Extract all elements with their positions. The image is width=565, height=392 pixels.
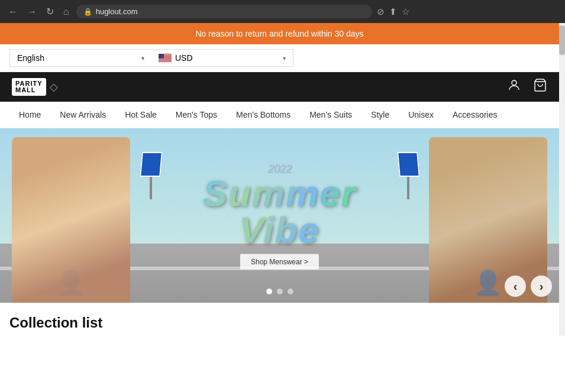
svg-rect-8 [159, 59, 172, 60]
svg-rect-13 [159, 54, 164, 59]
hero-banner: 👤 👤 2022 Summer Vibe Shop Menswear > [0, 128, 559, 303]
currency-selector[interactable]: USD ▾ [151, 49, 293, 67]
cart-icon[interactable] [533, 78, 547, 96]
camera-off-icon[interactable]: ⊘ [377, 7, 385, 17]
bookmark-icon[interactable]: ☆ [402, 7, 409, 17]
hero-vibe-text: Vibe [202, 211, 356, 248]
language-selector[interactable]: English ▾ [9, 49, 151, 67]
road-sign-left [136, 152, 166, 199]
nav-item-home[interactable]: Home [9, 102, 50, 128]
sign-pole-right [407, 177, 409, 199]
currency-value: USD [175, 53, 193, 63]
url-display: huglout.com [96, 7, 138, 16]
logo-diamond-icon: ◇ [50, 80, 58, 93]
forward-button[interactable]: → [25, 5, 39, 18]
lang-currency-bar: English ▾ [0, 44, 559, 72]
sign-pole-left [150, 177, 152, 199]
chevron-down-icon: ▾ [141, 55, 144, 61]
logo[interactable]: PARITY MALL ◇ [12, 78, 58, 96]
svg-rect-9 [159, 60, 172, 60]
hero-summer-text: Summer [202, 174, 356, 211]
carousel-dot-3[interactable] [288, 289, 293, 294]
language-value: English [17, 53, 44, 63]
svg-rect-7 [159, 59, 172, 59]
logo-mall-text: MALL [15, 87, 43, 93]
chevron-left-icon: ‹ [514, 280, 518, 293]
shop-menswear-button[interactable]: Shop Menswear > [240, 254, 319, 269]
collection-heading: Collection list [0, 303, 559, 336]
sign-blue-right [397, 152, 420, 177]
scrollbar-thumb[interactable] [559, 25, 565, 55]
carousel-dots [266, 289, 293, 294]
announcement-text: No reason to return and refund within 30… [195, 29, 363, 38]
svg-rect-10 [159, 60, 172, 61]
site-content: No reason to return and refund within 30… [0, 23, 559, 336]
nav-item-mens-suits[interactable]: Men's Suits [300, 102, 361, 128]
browser-actions: ⊘ ⬆ ☆ [377, 7, 409, 17]
svg-rect-12 [159, 61, 172, 62]
us-flag-icon [159, 54, 172, 62]
sign-blue-left [140, 152, 163, 177]
nav-item-unisex[interactable]: Unisex [399, 102, 443, 128]
nav-item-mens-tops[interactable]: Men's Tops [166, 102, 227, 128]
figure-left-icon: 👤 [56, 269, 86, 297]
site-header: PARITY MALL ◇ [0, 72, 559, 102]
road-sign-right [393, 152, 423, 199]
back-button[interactable]: ← [6, 5, 20, 18]
main-navigation: Home New Arrivals Hot Sale Men's Tops Me… [0, 102, 559, 128]
announcement-bar: No reason to return and refund within 30… [0, 23, 559, 44]
chevron-down-icon: ▾ [283, 55, 286, 61]
address-bar[interactable]: 🔒 huglout.com [76, 5, 372, 18]
header-icons [507, 78, 547, 96]
nav-item-mens-bottoms[interactable]: Men's Bottoms [227, 102, 300, 128]
share-icon[interactable]: ⬆ [389, 7, 397, 17]
logo-box: PARITY MALL [12, 78, 46, 96]
nav-item-accessories[interactable]: Accessories [443, 102, 506, 128]
svg-rect-11 [159, 61, 172, 61]
carousel-prev-button[interactable]: ‹ [505, 276, 526, 297]
hero-figure-right: 👤 [429, 137, 547, 303]
home-button[interactable]: ⌂ [61, 5, 72, 18]
lock-icon: 🔒 [83, 8, 92, 16]
nav-item-new-arrivals[interactable]: New Arrivals [50, 102, 115, 128]
scrollbar[interactable] [559, 23, 565, 336]
account-icon[interactable] [507, 78, 521, 96]
browser-chrome: ← → ↻ ⌂ 🔒 huglout.com ⊘ ⬆ ☆ [0, 0, 565, 23]
figure-right-icon: 👤 [473, 269, 503, 297]
hero-text-block: 2022 Summer Vibe Shop Menswear > [202, 162, 356, 269]
nav-item-hot-sale[interactable]: Hot Sale [115, 102, 166, 128]
carousel-dot-1[interactable] [266, 289, 272, 294]
chevron-right-icon: › [540, 280, 544, 293]
carousel-dot-2[interactable] [277, 289, 283, 294]
svg-point-14 [512, 80, 516, 85]
nav-item-style[interactable]: Style [361, 102, 399, 128]
hero-figure-left: 👤 [12, 137, 130, 303]
carousel-next-button[interactable]: › [531, 276, 552, 297]
reload-button[interactable]: ↻ [44, 5, 56, 18]
